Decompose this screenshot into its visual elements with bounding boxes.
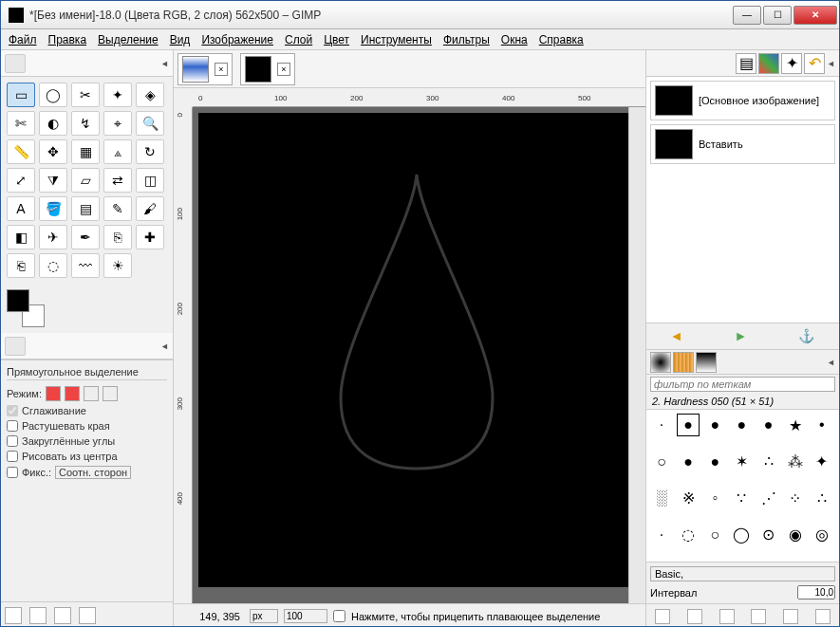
menu-изображение[interactable]: Изображение: [201, 33, 273, 46]
maximize-button[interactable]: ☐: [763, 6, 792, 25]
panel-menu-icon[interactable]: ◄: [827, 59, 835, 68]
tool-airbrush[interactable]: ✈: [39, 225, 67, 249]
menu-вид[interactable]: Вид: [170, 33, 191, 46]
canvas[interactable]: [198, 113, 628, 587]
brush-item[interactable]: ●: [703, 451, 726, 473]
brush-delete-icon[interactable]: [751, 609, 766, 624]
tool-wand[interactable]: ✦: [103, 83, 132, 107]
patterns-tab[interactable]: [673, 352, 694, 373]
foreground-color[interactable]: [7, 289, 29, 312]
brush-refresh-icon[interactable]: [783, 609, 798, 624]
brush-item[interactable]: ●: [677, 414, 700, 436]
brush-item[interactable]: •: [811, 414, 833, 436]
tool-scissors[interactable]: ✄: [7, 111, 35, 136]
tool-brush[interactable]: 🖌: [136, 196, 164, 221]
brush-item[interactable]: ∴: [811, 487, 833, 509]
tool-move[interactable]: ✥: [39, 139, 67, 164]
layer-prev-icon[interactable]: ◄: [670, 328, 687, 345]
tool-smudge[interactable]: 〰: [71, 253, 100, 278]
brush-item[interactable]: ※: [677, 487, 700, 509]
tool-eraser[interactable]: ◧: [7, 225, 35, 249]
brush-item[interactable]: ✦: [811, 451, 833, 473]
brush-item[interactable]: ◯: [730, 524, 753, 546]
layer-anchor-icon[interactable]: ⚓: [798, 328, 815, 345]
tool-measure[interactable]: 📏: [7, 139, 35, 164]
brushes-tab[interactable]: [650, 352, 671, 373]
layer-row[interactable]: [Основное изображение]: [650, 81, 835, 120]
brush-edit-icon[interactable]: [655, 609, 670, 624]
tool-crop[interactable]: ⟁: [103, 139, 132, 164]
brush-item[interactable]: ⁂: [784, 451, 807, 473]
vertical-scrollbar[interactable]: [628, 107, 645, 603]
tool-foreground[interactable]: ◐: [39, 111, 67, 136]
brush-item[interactable]: ✶: [730, 451, 753, 473]
tool-ellipse-select[interactable]: ◯: [39, 83, 67, 107]
brush-duplicate-icon[interactable]: [719, 609, 735, 624]
menu-файл[interactable]: Файл: [9, 33, 37, 46]
brush-item[interactable]: ∴: [757, 451, 780, 473]
tool-perspective[interactable]: ▱: [71, 168, 100, 193]
brush-new-icon[interactable]: [687, 609, 702, 624]
tool-options-tab[interactable]: [5, 337, 26, 356]
layers-tab[interactable]: ▤: [736, 53, 756, 74]
layer-next-icon[interactable]: ►: [734, 328, 751, 345]
tool-rect-select[interactable]: ▭: [7, 83, 35, 107]
toolbox-tab[interactable]: [5, 54, 26, 73]
mode-intersect[interactable]: [103, 386, 118, 401]
menu-цвет[interactable]: Цвет: [324, 33, 349, 46]
reset-options-icon[interactable]: [79, 607, 96, 624]
tool-cage[interactable]: ◫: [136, 168, 164, 193]
close-tab-icon[interactable]: ×: [277, 63, 290, 76]
paths-tab[interactable]: ✦: [781, 53, 802, 74]
brush-item[interactable]: ○: [703, 524, 726, 546]
delete-options-icon[interactable]: [54, 607, 71, 624]
layer-row[interactable]: Вставить: [650, 124, 835, 164]
menu-правка[interactable]: Правка: [48, 33, 87, 46]
mode-replace[interactable]: [46, 386, 61, 401]
tool-color-picker[interactable]: ⌖: [103, 111, 132, 136]
mode-subtract[interactable]: [84, 386, 99, 401]
tool-heal[interactable]: ✚: [136, 225, 164, 249]
tool-rotate[interactable]: ↻: [136, 139, 164, 164]
tool-gradient[interactable]: ▤: [71, 196, 100, 221]
panel-menu-icon[interactable]: ◄: [827, 358, 835, 367]
brush-item[interactable]: ⁘: [784, 487, 807, 509]
status-checkbox[interactable]: [333, 610, 345, 622]
tool-align[interactable]: ▦: [71, 139, 100, 164]
tool-scale[interactable]: ⤢: [7, 168, 35, 193]
document-tab-1[interactable]: ×: [177, 53, 233, 85]
mode-add[interactable]: [65, 386, 80, 401]
restore-options-icon[interactable]: [29, 607, 47, 624]
tool-bucket[interactable]: 🪣: [39, 196, 67, 221]
document-tab-2[interactable]: ×: [240, 53, 295, 85]
tool-shear[interactable]: ⧩: [39, 168, 67, 193]
menu-инструменты[interactable]: Инструменты: [361, 33, 432, 46]
brush-item[interactable]: ●: [757, 414, 780, 436]
brush-item[interactable]: ░: [650, 487, 673, 509]
menu-выделение[interactable]: Выделение: [98, 33, 159, 46]
brush-category[interactable]: Basic,: [650, 566, 835, 581]
brush-item[interactable]: ○: [650, 451, 673, 473]
brush-item[interactable]: ●: [703, 414, 726, 436]
canvas-viewport[interactable]: [193, 107, 628, 603]
tool-flip[interactable]: ⇄: [103, 168, 132, 193]
tool-clone[interactable]: ⎘: [103, 225, 132, 249]
tool-zoom[interactable]: 🔍: [136, 111, 164, 136]
antialias-checkbox[interactable]: [7, 405, 18, 416]
center-checkbox[interactable]: [7, 451, 18, 462]
brush-item[interactable]: ⋰: [757, 487, 780, 509]
menu-слой[interactable]: Слой: [285, 33, 312, 46]
brush-filter-input[interactable]: [650, 377, 835, 392]
feather-checkbox[interactable]: [7, 420, 18, 432]
brush-item[interactable]: ◌: [677, 524, 700, 546]
tool-lasso[interactable]: ✂: [71, 83, 100, 107]
brush-item[interactable]: ●: [677, 451, 700, 473]
tool-text[interactable]: A: [7, 196, 35, 221]
undo-history-tab[interactable]: ↶: [804, 53, 825, 74]
fixed-value[interactable]: Соотн. сторон: [55, 466, 131, 479]
brush-open-icon[interactable]: [815, 609, 831, 624]
tool-paths[interactable]: ↯: [71, 111, 100, 136]
brush-item[interactable]: ·: [650, 524, 673, 546]
brush-item[interactable]: ●: [730, 414, 753, 436]
brush-item[interactable]: ·: [650, 414, 673, 436]
